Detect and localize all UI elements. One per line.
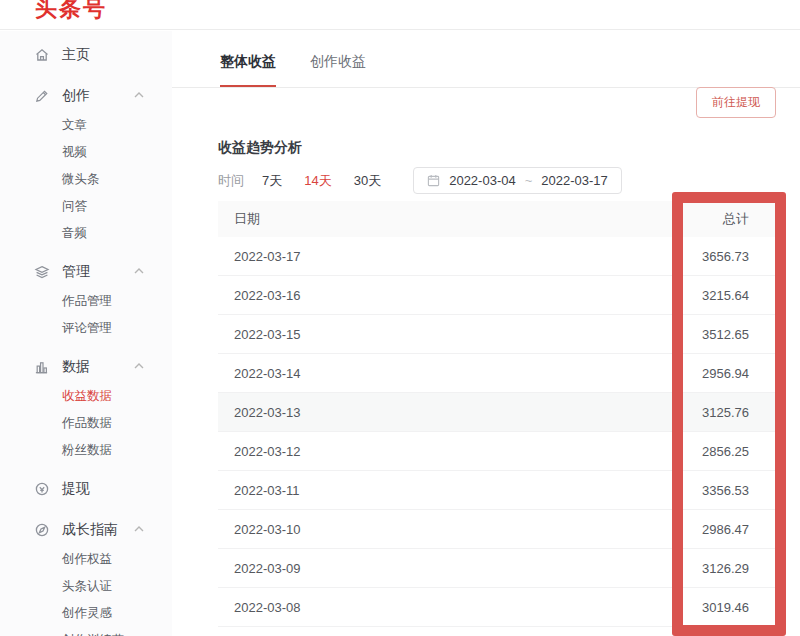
chevron-up-icon[interactable] — [134, 526, 144, 532]
table-row[interactable]: 2022-03-17 3656.73 — [218, 237, 785, 276]
section-title: 收益趋势分析 — [218, 139, 302, 157]
sidebar-item-qa[interactable]: 问答 — [0, 193, 172, 220]
cell-total: 3125.76 — [635, 405, 785, 420]
cell-date: 2022-03-15 — [218, 327, 635, 342]
sidebar-item-fans-data[interactable]: 粉丝数据 — [0, 437, 172, 464]
cell-total: 2956.94 — [635, 366, 785, 381]
cell-total: 3126.29 — [635, 561, 785, 576]
sidebar-subitem-label: 收益数据 — [62, 388, 112, 405]
sidebar-item-revenue-data[interactable]: 收益数据 — [0, 383, 172, 410]
chevron-up-icon[interactable] — [134, 92, 144, 98]
sidebar-item-label: 管理 — [62, 263, 90, 281]
filter-30days[interactable]: 30天 — [354, 172, 381, 190]
sidebar-item-withdraw[interactable]: 提现 — [0, 473, 172, 505]
cell-date: 2022-03-17 — [218, 249, 635, 264]
date-range-end: 2022-03-17 — [541, 173, 608, 188]
column-header-total: 总计 — [635, 210, 785, 228]
cell-date: 2022-03-08 — [218, 600, 635, 615]
cell-date: 2022-03-10 — [218, 522, 635, 537]
sidebar-subitem-label: 问答 — [62, 198, 87, 215]
sidebar-item-content-data[interactable]: 作品数据 — [0, 410, 172, 437]
sidebar-subitem-label: 文章 — [62, 117, 87, 134]
chevron-up-icon[interactable] — [134, 268, 144, 274]
sidebar-item-content-manage[interactable]: 作品管理 — [0, 288, 172, 315]
table-row[interactable]: 2022-03-16 3215.64 — [218, 276, 785, 315]
sidebar-subitem-label: 音频 — [62, 225, 87, 242]
sidebar-item-audio[interactable]: 音频 — [0, 220, 172, 247]
cell-total: 3656.73 — [635, 249, 785, 264]
cell-total: 3356.53 — [635, 483, 785, 498]
sidebar-item-label: 数据 — [62, 358, 90, 376]
table-row[interactable]: 2022-03-15 3512.65 — [218, 315, 785, 354]
compass-icon — [34, 522, 50, 538]
sidebar-item-articles[interactable]: 文章 — [0, 112, 172, 139]
table-row[interactable]: 2022-03-10 2986.47 — [218, 510, 785, 549]
column-header-date: 日期 — [218, 210, 635, 228]
sidebar-item-creation-camp[interactable]: 创作训练营 — [0, 627, 172, 636]
date-range-separator: ~ — [525, 173, 533, 188]
table-row[interactable]: 2022-03-08 3019.46 — [218, 588, 785, 627]
sidebar-item-growth-guide[interactable]: 成长指南 — [0, 514, 172, 546]
cell-date: 2022-03-09 — [218, 561, 635, 576]
sidebar-subitem-label: 创作权益 — [62, 551, 112, 568]
sidebar-subitem-label: 粉丝数据 — [62, 442, 112, 459]
time-filter-row: 时间 7天 14天 30天 2022-03-04 ~ 2022-03-17 — [218, 167, 622, 194]
filter-7days[interactable]: 7天 — [262, 172, 282, 190]
table-row[interactable]: 2022-03-11 3356.53 — [218, 471, 785, 510]
sidebar-item-label: 主页 — [62, 46, 90, 64]
cell-date: 2022-03-13 — [218, 405, 635, 420]
table-row[interactable]: 2022-03-13 3125.76 — [218, 393, 785, 432]
sidebar-subitem-label: 视频 — [62, 144, 87, 161]
sidebar-item-creation-rights[interactable]: 创作权益 — [0, 546, 172, 573]
top-bar: 头条号 — [0, 0, 800, 30]
sidebar-item-micro-headlines[interactable]: 微头条 — [0, 166, 172, 193]
cell-date: 2022-03-16 — [218, 288, 635, 303]
calendar-icon — [427, 174, 440, 187]
table-row[interactable]: 2022-03-09 3126.29 — [218, 549, 785, 588]
sidebar: 主页 创作 文章 视频 微头条 问答 音频 管理 作品管理 评论管理 数据 收益… — [0, 31, 172, 636]
cell-total: 3512.65 — [635, 327, 785, 342]
sidebar-subitem-label: 作品数据 — [62, 415, 112, 432]
table-row[interactable]: 2022-03-12 2856.25 — [218, 432, 785, 471]
sidebar-subitem-label: 微头条 — [62, 171, 100, 188]
sidebar-item-toutiao-certification[interactable]: 头条认证 — [0, 573, 172, 600]
sidebar-item-label: 创作 — [62, 87, 90, 105]
chevron-up-icon[interactable] — [134, 363, 144, 369]
cell-total: 3215.64 — [635, 288, 785, 303]
table-row[interactable]: 2022-03-14 2956.94 — [218, 354, 785, 393]
go-withdraw-button[interactable]: 前往提现 — [696, 87, 776, 118]
revenue-tab-bar: 整体收益 创作收益 — [172, 31, 800, 88]
sidebar-item-creation-inspiration[interactable]: 创作灵感 — [0, 600, 172, 627]
sidebar-subitem-label: 创作灵感 — [62, 605, 112, 622]
sidebar-subitem-label: 头条认证 — [62, 578, 112, 595]
sidebar-item-create[interactable]: 创作 — [0, 80, 172, 112]
sidebar-item-label: 提现 — [62, 480, 90, 498]
sidebar-item-manage[interactable]: 管理 — [0, 256, 172, 288]
sidebar-item-data[interactable]: 数据 — [0, 351, 172, 383]
sidebar-subitem-label: 评论管理 — [62, 320, 112, 337]
revenue-table: 日期 总计 2022-03-17 3656.73 2022-03-16 3215… — [218, 201, 785, 627]
cell-date: 2022-03-11 — [218, 483, 635, 498]
pencil-icon — [34, 88, 50, 104]
coin-icon — [34, 481, 50, 497]
sidebar-item-home[interactable]: 主页 — [0, 39, 172, 71]
cell-total: 2856.25 — [635, 444, 785, 459]
cell-total: 2986.47 — [635, 522, 785, 537]
time-filter-label: 时间 — [218, 172, 244, 190]
sidebar-subitem-label: 创作训练营 — [62, 632, 125, 636]
sidebar-item-videos[interactable]: 视频 — [0, 139, 172, 166]
tab-overall-revenue[interactable]: 整体收益 — [220, 53, 276, 87]
filter-14days[interactable]: 14天 — [304, 172, 331, 190]
table-header-row: 日期 总计 — [218, 201, 785, 237]
main-content: 整体收益 创作收益 前往提现 收益趋势分析 时间 7天 14天 30天 2022… — [172, 31, 800, 636]
cell-date: 2022-03-12 — [218, 444, 635, 459]
layers-icon — [34, 264, 50, 280]
sidebar-item-comment-manage[interactable]: 评论管理 — [0, 315, 172, 342]
date-range-picker[interactable]: 2022-03-04 ~ 2022-03-17 — [413, 167, 622, 194]
home-icon — [34, 47, 50, 63]
sidebar-subitem-label: 作品管理 — [62, 293, 112, 310]
date-range-start: 2022-03-04 — [449, 173, 516, 188]
tab-creation-revenue[interactable]: 创作收益 — [310, 53, 366, 87]
toutiao-logo[interactable]: 头条号 — [35, 0, 107, 24]
cell-date: 2022-03-14 — [218, 366, 635, 381]
